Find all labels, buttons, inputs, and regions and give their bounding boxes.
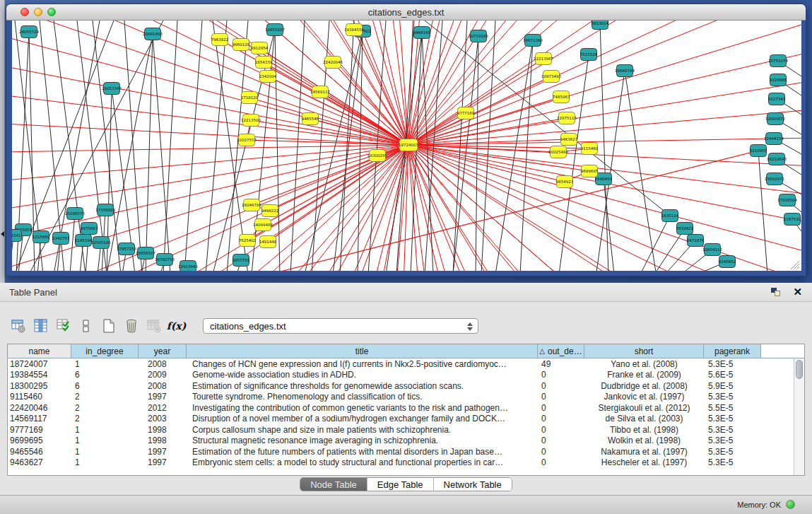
graph-node[interactable]: 20053346	[102, 83, 122, 95]
citation-edge-black[interactable]	[481, 21, 495, 271]
graph-node[interactable]: 17957253	[117, 243, 136, 255]
graph-node[interactable]: 9654923	[556, 176, 574, 188]
graph-node[interactable]: 7485063	[553, 91, 570, 103]
citation-edge-black[interactable]	[520, 40, 533, 271]
graph-node[interactable]: 9857791	[233, 255, 250, 267]
column-header-short[interactable]: short	[584, 344, 704, 358]
new-document-icon[interactable]	[100, 318, 117, 334]
graph-node[interactable]: 9699695	[581, 165, 599, 177]
graph-node[interactable]: 2342004	[259, 71, 277, 83]
graph-node[interactable]: 20891406	[143, 28, 163, 40]
citation-edge-black[interactable]	[625, 71, 656, 271]
graph-node[interactable]: 9660128	[233, 39, 250, 51]
memory-status-indicator[interactable]	[786, 500, 795, 509]
graph-node[interactable]: 12213500	[241, 115, 261, 127]
table-row[interactable]: 911546021997Tourette syndrome. Phenomeno…	[8, 392, 804, 403]
graph-node[interactable]: 12923448	[178, 261, 198, 271]
citation-edge-black[interactable]	[163, 21, 177, 271]
vertical-scrollbar[interactable]	[794, 358, 804, 475]
graph-node[interactable]: 17359928	[95, 204, 115, 216]
graph-node[interactable]: 12975115	[557, 112, 577, 124]
graph-node[interactable]: 9227343	[768, 93, 786, 105]
table-import-icon[interactable]	[55, 318, 71, 334]
graph-node[interactable]: 24055724	[19, 26, 39, 38]
graph-node[interactable]: 9777169	[457, 107, 475, 119]
column-header-title[interactable]: title	[187, 344, 538, 358]
table-row[interactable]: 946554611997Estimation of the future num…	[8, 446, 804, 457]
graph-node[interactable]: 1635114	[661, 210, 679, 222]
column-header-name[interactable]: name	[8, 344, 71, 358]
network-window-titlebar[interactable]: citations_edges.txt	[6, 4, 806, 21]
graph-node[interactable]: 10958107	[136, 247, 155, 259]
tab-edge-table[interactable]: Edge Table	[367, 478, 434, 491]
table-settings-icon[interactable]	[10, 318, 26, 334]
rows-icon[interactable]	[78, 318, 94, 334]
table-row[interactable]: 969969511998Structural magnetic resonanc…	[8, 436, 804, 447]
graph-node[interactable]: 10107553	[237, 134, 257, 146]
graph-node[interactable]: 1167530	[784, 214, 801, 226]
tab-node-table[interactable]: Node Table	[300, 478, 367, 491]
delete-rows-trash-icon[interactable]	[123, 318, 139, 334]
graph-node[interactable]: 17016504	[777, 194, 797, 206]
graph-node[interactable]: 12213967	[534, 53, 553, 65]
graph-node[interactable]: 14569117	[310, 86, 330, 98]
graph-node[interactable]: 9329966	[770, 74, 787, 86]
citation-edge-black[interactable]	[146, 34, 153, 271]
graph-node[interactable]: 12444154	[764, 133, 784, 145]
table-row[interactable]: 946362711997Embryonic stem cells: a mode…	[8, 457, 804, 469]
citation-edge-black[interactable]	[758, 151, 767, 271]
citation-edge-black[interactable]	[184, 21, 202, 271]
graph-node[interactable]: 9466160	[413, 27, 431, 39]
graph-node[interactable]: 10973493	[541, 71, 561, 83]
column-header-pagerank[interactable]: pagerank	[704, 344, 761, 358]
graph-node[interactable]: 16210643	[767, 153, 787, 165]
graph-node[interactable]: 2718120	[241, 92, 259, 104]
citation-edge-black[interactable]	[559, 54, 589, 271]
network-canvas[interactable]: 2405572420891406106552871527602946616010…	[12, 21, 801, 271]
column-header-out_de[interactable]: △out_de…	[538, 344, 584, 358]
graph-node[interactable]: 1654339	[255, 57, 273, 69]
graph-node[interactable]: 1342757	[52, 233, 70, 245]
citation-edge-red[interactable]	[264, 62, 408, 145]
graph-node[interactable]: 1215689	[33, 231, 50, 243]
graph-node[interactable]: 15751074	[768, 55, 788, 67]
graph-node[interactable]: 12093872	[765, 113, 785, 125]
expand-panel-arrow-icon[interactable]	[1, 231, 4, 237]
resize-grip-icon[interactable]	[791, 261, 799, 269]
graph-node[interactable]: 16046786	[242, 199, 261, 211]
table-browser-icon[interactable]	[33, 318, 49, 334]
float-panel-icon[interactable]	[771, 288, 781, 297]
graph-node[interactable]: 9463627	[560, 134, 578, 146]
graph-node[interactable]: 10025488	[548, 146, 568, 158]
citation-edge-black[interactable]	[290, 21, 305, 271]
graph-node[interactable]: 8471876	[687, 235, 705, 247]
graph-node[interactable]: 10655287	[265, 24, 285, 36]
graph-node[interactable]: 16782753	[155, 254, 175, 266]
graph-node[interactable]: 10654112	[702, 244, 722, 256]
citation-edge-black[interactable]	[600, 23, 608, 271]
graph-node[interactable]: 22420046	[323, 57, 343, 69]
column-header-year[interactable]: year	[139, 344, 187, 358]
table-row[interactable]: 1872400712008Changes of HCN gene express…	[8, 358, 804, 370]
network-file-dropdown[interactable]: citations_edges.txt	[203, 318, 478, 334]
graph-node[interactable]: 8912954	[251, 42, 269, 54]
graph-node-hub[interactable]: 18724007	[399, 139, 418, 151]
graph-node[interactable]: 391541	[12, 230, 22, 242]
graph-node[interactable]: 16671388	[523, 35, 543, 47]
table-row[interactable]: 2242004622012Investigating the contribut…	[8, 402, 804, 414]
graph-node[interactable]: 19384554	[344, 24, 364, 36]
table-row[interactable]: 1938455462009Genome-wide association stu…	[8, 370, 804, 381]
graph-node[interactable]: 16648784	[615, 65, 635, 77]
graph-node[interactable]: 12505185	[91, 237, 111, 249]
tab-network-table[interactable]: Network Table	[434, 478, 512, 491]
table-row[interactable]: 977716911998Corpus callosum shape and si…	[8, 424, 804, 436]
graph-node[interactable]: 9465546	[302, 113, 319, 125]
citation-edge-black[interactable]	[604, 179, 614, 271]
graph-node[interactable]: 9245652	[719, 256, 736, 268]
graph-node[interactable]: 15692971	[765, 173, 784, 185]
function-builder-icon[interactable]: f(x)	[168, 318, 184, 334]
citation-edge-black[interactable]	[495, 40, 533, 271]
graph-node[interactable]: 8215955	[750, 145, 767, 157]
graph-node[interactable]: 1145194	[75, 235, 93, 247]
graph-node[interactable]: 9975887	[81, 223, 98, 235]
